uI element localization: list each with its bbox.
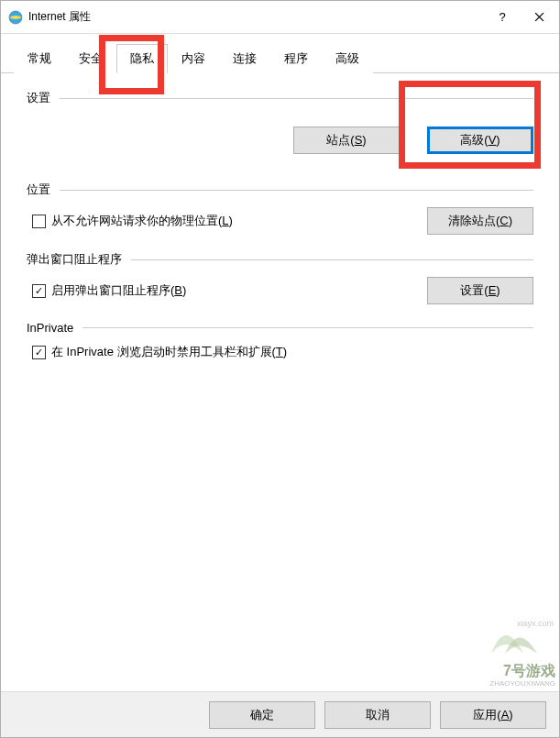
sites-button[interactable]: 站点(S)	[293, 127, 400, 154]
tab-security[interactable]: 安全	[65, 44, 116, 73]
ie-globe-icon	[8, 10, 23, 25]
divider	[60, 190, 533, 191]
section-label-popup: 弹出窗口阻止程序	[27, 251, 122, 268]
location-checkbox-label: 从不允许网站请求你的物理位置(L)	[51, 213, 233, 229]
tab-advanced[interactable]: 高级	[322, 44, 373, 73]
ok-button[interactable]: 确定	[209, 701, 315, 729]
settings-button-row: 站点(S) 高级(V)	[27, 127, 533, 154]
popup-blocker-checkbox[interactable]	[32, 284, 46, 298]
close-button[interactable]	[521, 2, 557, 33]
section-label-settings: 设置	[27, 90, 50, 106]
dialog-footer: 确定 取消 应用(A)	[1, 691, 559, 737]
location-row: 从不允许网站请求你的物理位置(L) 清除站点(C)	[32, 207, 533, 235]
inprivate-checkbox-label: 在 InPrivate 浏览启动时禁用工具栏和扩展(T)	[51, 344, 287, 360]
inprivate-row: 在 InPrivate 浏览启动时禁用工具栏和扩展(T)	[32, 344, 533, 360]
internet-properties-window: Internet 属性 ? 常规 安全 隐私 内容 连接 程序 高级 设置 站点…	[0, 0, 560, 738]
tab-connections[interactable]: 连接	[219, 44, 270, 73]
titlebar-controls: ?	[484, 2, 557, 33]
button-label: 应用(A)	[473, 708, 512, 721]
apply-button[interactable]: 应用(A)	[440, 701, 546, 729]
tab-general[interactable]: 常规	[14, 44, 65, 73]
button-label: 高级(V)	[460, 133, 500, 147]
divider	[131, 259, 533, 260]
section-header-popup: 弹出窗口阻止程序	[27, 251, 533, 268]
button-label: 站点(S)	[326, 133, 366, 147]
tab-strip: 常规 安全 隐私 内容 连接 程序 高级	[1, 34, 559, 73]
tab-content[interactable]: 内容	[168, 44, 219, 73]
popup-blocker-label: 启用弹出窗口阻止程序(B)	[51, 282, 186, 299]
section-header-inprivate: InPrivate	[27, 321, 533, 335]
divider	[82, 327, 533, 328]
advanced-button[interactable]: 高级(V)	[427, 127, 533, 154]
button-label: 清除站点(C)	[448, 214, 512, 227]
button-label: 设置(E)	[460, 283, 500, 297]
popup-row: 启用弹出窗口阻止程序(B) 设置(E)	[32, 277, 533, 304]
location-checkbox[interactable]	[32, 215, 46, 228]
divider	[60, 98, 533, 99]
section-header-settings: 设置	[27, 90, 533, 106]
tab-content-privacy: 设置 站点(S) 高级(V) 位置 从不允许网站请求你的物理位置(L) 清除站点…	[1, 73, 559, 691]
tab-privacy[interactable]: 隐私	[116, 44, 168, 73]
window-title: Internet 属性	[28, 9, 484, 25]
titlebar: Internet 属性 ?	[1, 1, 559, 34]
inprivate-checkbox[interactable]	[32, 346, 46, 359]
section-label-location: 位置	[27, 182, 50, 198]
section-label-inprivate: InPrivate	[27, 321, 73, 335]
clear-sites-button[interactable]: 清除站点(C)	[427, 207, 533, 235]
tab-programs[interactable]: 程序	[270, 44, 322, 73]
cancel-button[interactable]: 取消	[324, 701, 431, 729]
section-header-location: 位置	[27, 182, 533, 198]
popup-settings-button[interactable]: 设置(E)	[427, 277, 533, 304]
help-button[interactable]: ?	[484, 2, 521, 33]
